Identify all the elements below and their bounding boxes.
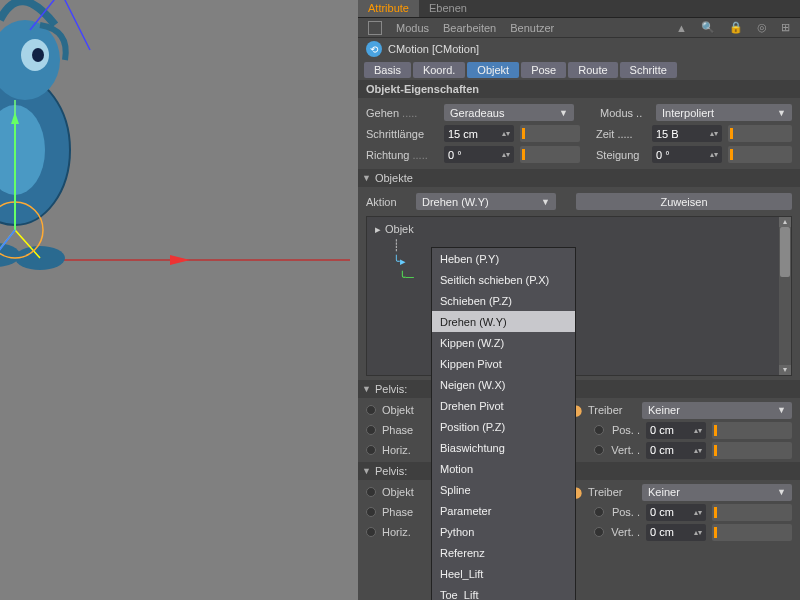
dropdown-item[interactable]: Referenz — [432, 542, 575, 563]
dropdown-item[interactable]: Kippen Pivot — [432, 353, 575, 374]
label-treiber: Treiber — [588, 486, 636, 498]
dropdown-modus[interactable]: Interpoliert▼ — [656, 104, 792, 121]
tab-route[interactable]: Route — [568, 62, 617, 78]
new-icon[interactable]: ⊞ — [781, 21, 790, 34]
label-zeit: Zeit ..... — [596, 128, 646, 140]
field-vert[interactable]: 0 cm▴▾ — [646, 442, 706, 459]
zuweisen-button[interactable]: Zuweisen — [576, 193, 792, 210]
label-horiz: Horiz. — [382, 444, 430, 456]
lock-icon[interactable]: 🔒 — [729, 21, 743, 34]
chevron-down-icon: ▼ — [541, 197, 550, 207]
dropdown-item[interactable]: Toe_Lift — [432, 584, 575, 600]
dropdown-item[interactable]: Schieben (P.Z) — [432, 290, 575, 311]
label-phase: Phase — [382, 506, 430, 518]
pelvis-section-header[interactable]: ▼Pelvis: — [358, 380, 800, 398]
menu-bearbeiten[interactable]: Bearbeiten — [443, 22, 496, 34]
tab-schritte[interactable]: Schritte — [620, 62, 677, 78]
radio-objekt[interactable] — [366, 405, 376, 415]
tab-objekt[interactable]: Objekt — [467, 62, 519, 78]
triangle-right-icon[interactable]: ▸ — [375, 223, 381, 236]
viewport-3d[interactable] — [0, 0, 358, 600]
tab-pose[interactable]: Pose — [521, 62, 566, 78]
slider-pos[interactable] — [712, 504, 792, 521]
dropdown-item[interactable]: Python — [432, 521, 575, 542]
dropdown-item[interactable]: Biaswichtung — [432, 437, 575, 458]
slider-schrittlaenge[interactable] — [520, 125, 580, 142]
target-icon[interactable]: ◎ — [757, 21, 767, 34]
pelvis-section-header[interactable]: ▼Pelvis: — [358, 462, 800, 480]
field-zeit[interactable]: 15 B▴▾ — [652, 125, 722, 142]
tab-attribute[interactable]: Attribute — [358, 0, 419, 17]
field-vert[interactable]: 0 cm▴▾ — [646, 524, 706, 541]
dropdown-item[interactable]: Motion — [432, 458, 575, 479]
radio-vert[interactable] — [594, 527, 604, 537]
field-richtung[interactable]: 0 °▴▾ — [444, 146, 514, 163]
dropdown-gehen[interactable]: Geradeaus▼ — [444, 104, 574, 121]
panel-menubar: Modus Bearbeiten Benutzer ▲ 🔍 🔒 ◎ ⊞ — [358, 18, 800, 38]
radio-horiz[interactable] — [366, 527, 376, 537]
hierarchy-node-icon[interactable]: ╰─ — [399, 271, 414, 284]
radio-vert[interactable] — [594, 445, 604, 455]
dropdown-item[interactable]: Heben (P.Y) — [432, 248, 575, 269]
slider-pos[interactable] — [712, 422, 792, 439]
slider-steigung[interactable] — [728, 146, 792, 163]
dropdown-item[interactable]: Drehen (W.Y) — [432, 311, 575, 332]
field-steigung[interactable]: 0 °▴▾ — [652, 146, 722, 163]
label-horiz: Horiz. — [382, 526, 430, 538]
tab-koord[interactable]: Koord. — [413, 62, 465, 78]
dropdown-item[interactable]: Kippen (W.Z) — [432, 332, 575, 353]
chevron-down-icon: ▼ — [559, 108, 568, 118]
aktion-dropdown-popup[interactable]: Heben (P.Y)Seitlich schieben (P.X)Schieb… — [431, 247, 576, 600]
section-header: Objekt-Eigenschaften — [358, 80, 800, 98]
list-scrollbar[interactable]: ▴ ▾ — [779, 217, 791, 375]
dropdown-treiber[interactable]: Keiner▼ — [642, 484, 792, 501]
dropdown-item[interactable]: Drehen Pivot — [432, 395, 575, 416]
label-steigung: Steigung — [596, 149, 646, 161]
dropdown-item[interactable]: Position (P.Z) — [432, 416, 575, 437]
object-title-bar: ⟲ CMotion [CMotion] — [358, 38, 800, 60]
dropdown-item[interactable]: Parameter — [432, 500, 575, 521]
dropdown-aktion[interactable]: Drehen (W.Y)▼ — [416, 193, 556, 210]
dropdown-treiber[interactable]: Keiner▼ — [642, 402, 792, 419]
tab-basis[interactable]: Basis — [364, 62, 411, 78]
label-phase: Phase — [382, 424, 430, 436]
chevron-down-icon: ▼ — [777, 487, 786, 497]
field-pos[interactable]: 0 cm▴▾ — [646, 422, 706, 439]
radio-objekt[interactable] — [366, 487, 376, 497]
radio-horiz[interactable] — [366, 445, 376, 455]
radio-phase[interactable] — [366, 507, 376, 517]
slider-vert[interactable] — [712, 524, 792, 541]
search-icon[interactable]: 🔍 — [701, 21, 715, 34]
object-hierarchy-list[interactable]: ▸Objek ┊ ╰▸ ╰─ ▴ ▾ Heben (P.Y)Seitlich s… — [366, 216, 792, 376]
nav-up-icon[interactable]: ▲ — [676, 22, 687, 34]
slider-richtung[interactable] — [520, 146, 580, 163]
radio-pos[interactable] — [594, 425, 604, 435]
svg-point-7 — [32, 48, 44, 62]
chevron-down-icon: ▼ — [777, 108, 786, 118]
label-objekt: Objekt — [382, 404, 430, 416]
menu-benutzer[interactable]: Benutzer — [510, 22, 554, 34]
slider-zeit[interactable] — [728, 125, 792, 142]
triangle-down-icon: ▼ — [362, 466, 371, 476]
dropdown-item[interactable]: Spline — [432, 479, 575, 500]
objekte-header[interactable]: ▼Objekte — [358, 169, 800, 187]
hierarchy-node-icon[interactable]: ╰▸ — [393, 255, 406, 268]
field-schrittlaenge[interactable]: 15 cm▴▾ — [444, 125, 514, 142]
dropdown-item[interactable]: Neigen (W.X) — [432, 374, 575, 395]
radio-phase[interactable] — [366, 425, 376, 435]
tab-ebenen[interactable]: Ebenen — [419, 0, 477, 17]
scroll-up-icon[interactable]: ▴ — [779, 217, 791, 227]
history-icon[interactable] — [368, 21, 382, 35]
field-pos[interactable]: 0 cm▴▾ — [646, 504, 706, 521]
radio-pos[interactable] — [594, 507, 604, 517]
scrollbar-thumb[interactable] — [780, 227, 790, 277]
dropdown-item[interactable]: Heel_Lift — [432, 563, 575, 584]
label-vert: Vert. . — [610, 444, 640, 456]
panel-tabs: Attribute Ebenen — [358, 0, 800, 18]
dropdown-item[interactable]: Seitlich schieben (P.X) — [432, 269, 575, 290]
scroll-down-icon[interactable]: ▾ — [779, 365, 791, 375]
triangle-down-icon: ▼ — [362, 173, 371, 183]
label-vert: Vert. . — [610, 526, 640, 538]
menu-modus[interactable]: Modus — [396, 22, 429, 34]
slider-vert[interactable] — [712, 442, 792, 459]
